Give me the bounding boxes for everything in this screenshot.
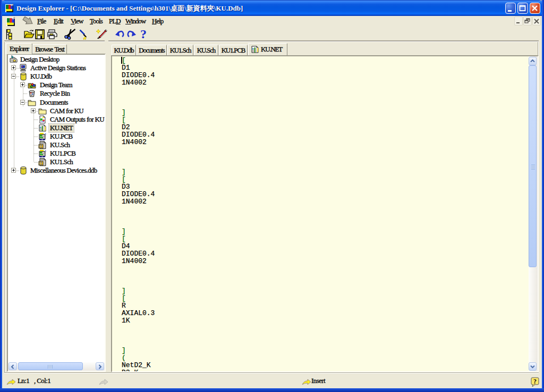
svg-text:?: ?: [140, 28, 147, 41]
svg-text:?: ?: [533, 378, 537, 385]
